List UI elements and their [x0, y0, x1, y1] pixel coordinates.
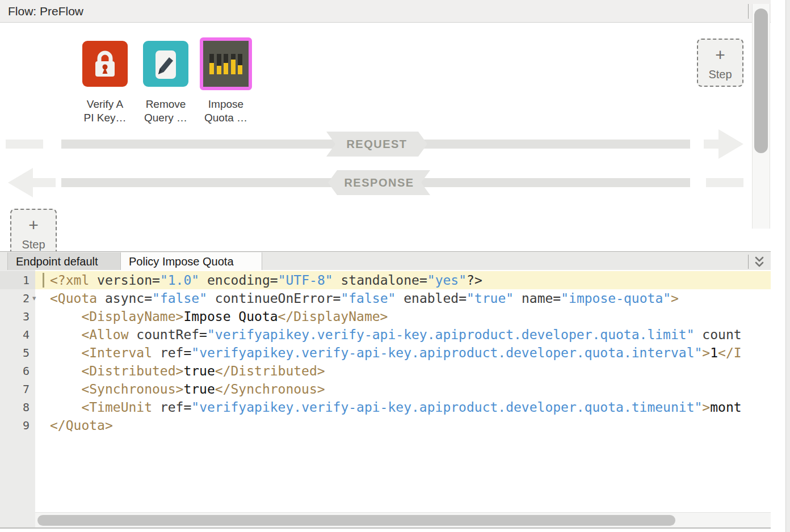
code-line: 1<?xml version="1.0" encoding="UTF-8" st… [0, 271, 771, 289]
tab-policy-impose-quota[interactable]: Policy Impose Quota [121, 252, 262, 271]
code-token: = [199, 327, 207, 342]
code-token: "verifyapikey.verify-api-key.apiproduct.… [207, 327, 695, 342]
code-lines: 1<?xml version="1.0" encoding="UTF-8" st… [0, 271, 771, 434]
code-token: standalone [341, 273, 419, 288]
code-token [514, 291, 522, 306]
code-token: "true" [467, 291, 514, 306]
editor-horizontal-scrollbar[interactable] [35, 512, 771, 528]
code-token: enabled [404, 291, 459, 306]
code-token: async [105, 291, 144, 306]
code-line-text: </Quota> [50, 416, 770, 434]
code-token: <Synchronous> [81, 382, 183, 396]
code-line-text: <TimeUnit ref="verifyapikey.verify-api-k… [50, 398, 770, 416]
request-arrow-right-icon [718, 129, 743, 159]
line-number: 1 [0, 271, 35, 289]
code-token: <?xml [50, 273, 97, 288]
code-line: 2▾<Quota async="false" continueOnError="… [0, 289, 771, 307]
code-token: "false" [341, 291, 396, 306]
code-token: version [97, 273, 152, 288]
code-token: <Distributed> [81, 364, 183, 378]
code-editor[interactable]: 1<?xml version="1.0" encoding="UTF-8" st… [0, 270, 771, 529]
code-token: "impose-quota" [561, 291, 671, 306]
window-right-edge [785, 0, 790, 532]
code-token: <DisplayName> [81, 309, 183, 324]
code-token [50, 400, 81, 415]
code-token: </Distributed> [215, 364, 325, 378]
code-token: ref [160, 400, 184, 415]
code-token: <Allow [81, 327, 136, 342]
code-line-text: <DisplayName>Impose Quota</DisplayName> [50, 307, 770, 326]
tab-bar-separator [748, 255, 749, 269]
code-token: > [671, 291, 679, 306]
line-number: 4 [0, 326, 35, 344]
flow-panel: Flow: PreFlow [0, 0, 771, 251]
code-token [50, 364, 81, 378]
code-token: mont [710, 400, 741, 415]
code-token: Impose Quota [183, 309, 278, 324]
code-token: true [183, 364, 215, 378]
line-number: 2 [0, 289, 35, 307]
expand-panel-chevrons-down-icon[interactable] [753, 255, 766, 268]
code-token: = [419, 273, 427, 288]
response-ribbon-label: RESPONSE [328, 170, 430, 195]
fold-caret-icon[interactable]: ▾ [32, 289, 36, 307]
editor-horizontal-scrollbar-thumb[interactable] [37, 515, 675, 526]
code-token: "UTF-8" [278, 273, 333, 288]
line-number: 5 [0, 344, 35, 362]
code-line-text: <Distributed>true</Distributed> [50, 362, 770, 380]
code-line-text: <?xml version="1.0" encoding="UTF-8" sta… [50, 271, 770, 289]
code-token: > [702, 400, 710, 415]
code-token [50, 345, 81, 360]
text-cursor [43, 273, 44, 288]
line-number: 6 [0, 362, 35, 380]
pencil-icon [152, 49, 180, 81]
code-token [396, 291, 404, 306]
code-line: 4 <Allow countRef="verifyapikey.verify-a… [0, 326, 771, 344]
add-step-button-request[interactable]: + Step [697, 39, 743, 87]
policy-verify-api-key[interactable] [82, 41, 128, 87]
code-token: <Quota [50, 291, 105, 306]
code-token: = [333, 291, 341, 306]
code-token: "false" [152, 291, 207, 306]
flow-canvas: Verify API Key… RemoveQuery … ImposeQuot… [0, 23, 771, 251]
policy-label-impose-quota: ImposeQuota … [189, 98, 263, 125]
code-token: <Interval [81, 345, 159, 360]
plus-icon: + [698, 47, 742, 64]
code-token [199, 273, 207, 288]
response-arrow-left-icon [8, 168, 33, 197]
code-line-text: <Interval ref="verifyapikey.verify-api-k… [50, 344, 770, 362]
code-line: 8 <TimeUnit ref="verifyapikey.verify-api… [0, 398, 771, 416]
flow-header: Flow: PreFlow [0, 0, 771, 23]
code-token: </DisplayName> [278, 309, 388, 324]
code-line: 3 <DisplayName>Impose Quota</DisplayName… [0, 307, 771, 326]
line-number: 3 [0, 307, 35, 326]
code-token: "yes" [427, 273, 467, 288]
code-token [50, 382, 81, 396]
code-token: </Quota> [50, 418, 113, 433]
code-token: = [144, 291, 152, 306]
flow-vertical-scrollbar[interactable] [752, 4, 770, 229]
code-token [333, 273, 341, 288]
policy-remove-query[interactable] [143, 41, 188, 87]
code-token: "verifyapikey.verify-api-key.apiproduct.… [191, 400, 702, 415]
code-token: = [152, 273, 160, 288]
code-token: > [702, 345, 710, 360]
line-number: 9 [0, 416, 35, 434]
bar-chart-icon [209, 54, 242, 74]
add-step-button-response[interactable]: + Step [10, 209, 57, 251]
flow-vertical-scrollbar-thumb[interactable] [754, 9, 768, 153]
code-line: 9</Quota> [0, 416, 771, 434]
code-token: "verifyapikey.verify-api-key.apiproduct.… [191, 345, 702, 360]
lock-icon [91, 49, 119, 79]
apigee-flow-editor: Flow: PreFlow [0, 0, 790, 532]
tab-endpoint-default[interactable]: Endpoint default [7, 252, 121, 271]
code-token [50, 309, 81, 324]
code-token: = [183, 400, 191, 415]
code-token: encoding [207, 273, 270, 288]
code-token: = [183, 345, 191, 360]
policy-impose-quota-selected[interactable] [200, 37, 252, 90]
code-token: count [702, 327, 741, 342]
response-bar-segment-right [706, 178, 743, 187]
code-line-text: <Synchronous>true</Synchronous> [50, 380, 770, 398]
code-line: 7 <Synchronous>true</Synchronous> [0, 380, 771, 398]
